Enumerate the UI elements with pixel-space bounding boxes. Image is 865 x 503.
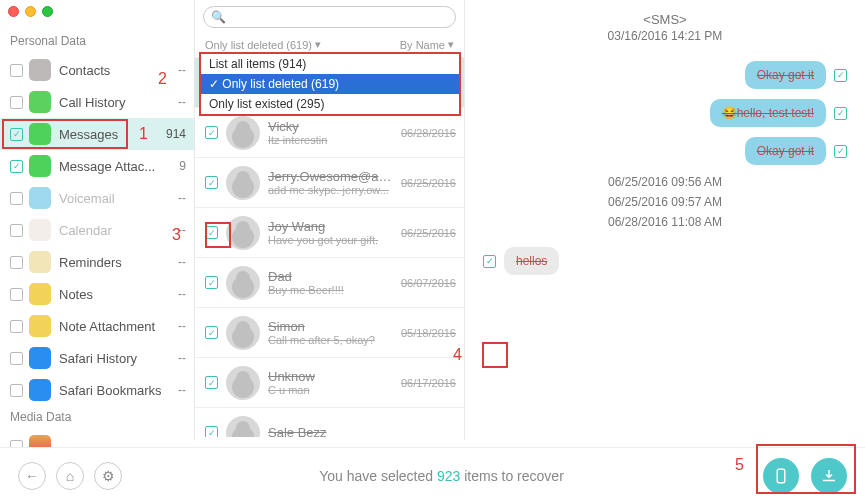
sidebar-section-personal: Personal Data (0, 30, 194, 54)
checkbox-icon[interactable] (10, 320, 23, 333)
thread-date: 06/07/2016 (401, 277, 456, 289)
sidebar-item[interactable]: ✓Message Attac...9 (0, 150, 194, 182)
thread-checkbox[interactable]: ✓ (205, 276, 218, 289)
thread-date: 06/25/2016 (401, 227, 456, 239)
thread-info: Jerry.Owesome@aol.comadd me skype. jerry… (268, 169, 395, 196)
thread-checkbox[interactable]: ✓ (205, 326, 218, 339)
window-maximize-button[interactable] (42, 6, 53, 17)
sidebar-item[interactable]: ✓Messages914 (0, 118, 194, 150)
message-bubble-outgoing[interactable]: 😂hello, test test! (710, 99, 826, 127)
thread-name: Dad (268, 269, 395, 284)
svg-rect-0 (777, 469, 785, 483)
message-checkbox[interactable]: ✓ (834, 107, 847, 120)
category-icon (29, 91, 51, 113)
timestamp: 06/28/2016 11:08 AM (483, 215, 847, 229)
category-icon (29, 283, 51, 305)
sidebar-item[interactable]: Voicemail-- (0, 182, 194, 214)
category-icon (29, 315, 51, 337)
checkbox-icon[interactable] (10, 288, 23, 301)
conversation-title: <SMS> (483, 12, 847, 27)
thread-date: 06/17/2016 (401, 377, 456, 389)
sidebar-item[interactable]: Calendar-- (0, 214, 194, 246)
thread-name: Vicky (268, 119, 395, 134)
message-row: Okay got it ✓ (483, 61, 847, 89)
sidebar-item[interactable]: Notes-- (0, 278, 194, 310)
message-bubble-outgoing[interactable]: Okay got it (745, 61, 826, 89)
sidebar-item-count: -- (166, 223, 186, 237)
thread-preview: add me skype. jerry.ow... (268, 184, 395, 196)
checkbox-icon[interactable] (10, 96, 23, 109)
thread-name: Sale Bezz (268, 425, 450, 437)
sidebar-item-label: Message Attac... (59, 159, 166, 174)
thread-row[interactable]: ✓Jerry.Owesome@aol.comadd me skype. jerr… (195, 157, 464, 207)
sidebar-item-count: 9 (166, 159, 186, 173)
thread-row[interactable]: ✓Sale Bezz (195, 407, 464, 437)
selection-status: You have selected 923 items to recover (132, 468, 751, 484)
avatar (226, 416, 260, 438)
thread-panel: 🔍 Only list deleted (619) ▾ By Name ▾ ✓0… (195, 0, 465, 440)
checkbox-icon[interactable] (10, 384, 23, 397)
checkbox-icon[interactable] (10, 224, 23, 237)
sidebar-item[interactable]: Note Attachment-- (0, 310, 194, 342)
checkbox-icon[interactable]: ✓ (10, 128, 23, 141)
sidebar-item[interactable]: Call History-- (0, 86, 194, 118)
checkbox-icon[interactable]: ✓ (10, 160, 23, 173)
sidebar-item-label: Safari History (59, 351, 166, 366)
settings-button[interactable]: ⚙ (94, 462, 122, 490)
thread-name: Jerry.Owesome@aol.com (268, 169, 395, 184)
window-close-button[interactable] (8, 6, 19, 17)
filter-option[interactable]: List all items (914) (201, 54, 459, 74)
checkbox-icon[interactable] (10, 64, 23, 77)
message-bubble-outgoing[interactable]: Okay got it (745, 137, 826, 165)
thread-row[interactable]: ✓Joy WangHave you got your gift.06/25/20… (195, 207, 464, 257)
thread-date: 05/18/2016 (401, 327, 456, 339)
chevron-down-icon: ▾ (448, 38, 454, 51)
search-input[interactable] (203, 6, 456, 28)
chevron-down-icon: ▾ (315, 38, 321, 51)
message-checkbox[interactable]: ✓ (834, 145, 847, 158)
sidebar-item[interactable]: Safari Bookmarks-- (0, 374, 194, 406)
home-button[interactable]: ⌂ (56, 462, 84, 490)
thread-name: Simon (268, 319, 395, 334)
sidebar-item-label: Messages (59, 127, 166, 142)
filter-option[interactable]: Only list existed (295) (201, 94, 459, 114)
category-icon (29, 347, 51, 369)
message-checkbox[interactable]: ✓ (834, 69, 847, 82)
sidebar-item-label: Safari Bookmarks (59, 383, 166, 398)
thread-info: SimonCall me after 5, okay? (268, 319, 395, 346)
window-minimize-button[interactable] (25, 6, 36, 17)
thread-checkbox[interactable]: ✓ (205, 126, 218, 139)
recover-to-computer-button[interactable] (811, 458, 847, 494)
sidebar-item[interactable]: Reminders-- (0, 246, 194, 278)
category-icon (29, 219, 51, 241)
message-bubble-incoming[interactable]: hellos (504, 247, 559, 275)
checkbox-icon[interactable] (10, 192, 23, 205)
filter-option-selected[interactable]: Only list deleted (619) (201, 74, 459, 94)
sidebar-item-count: -- (166, 351, 186, 365)
sidebar-item[interactable]: Contacts-- (0, 54, 194, 86)
back-button[interactable]: ← (18, 462, 46, 490)
thread-checkbox[interactable]: ✓ (205, 426, 218, 437)
thread-checkbox[interactable]: ✓ (205, 176, 218, 189)
message-row: 😂hello, test test! ✓ (483, 99, 847, 127)
checkbox-icon[interactable] (10, 352, 23, 365)
thread-row[interactable]: ✓UnknowC u man06/17/2016 (195, 357, 464, 407)
window-controls (8, 6, 53, 17)
thread-row[interactable]: ✓DadBuy me Beer!!!!06/07/2016 (195, 257, 464, 307)
sidebar-item[interactable]: Safari History-- (0, 342, 194, 374)
recover-to-device-button[interactable] (763, 458, 799, 494)
thread-preview: Itz interestin (268, 134, 395, 146)
thread-checkbox[interactable]: ✓ (205, 376, 218, 389)
sidebar: Personal Data Contacts--Call History--✓M… (0, 0, 195, 440)
thread-info: VickyItz interestin (268, 119, 395, 146)
filter-dropdown[interactable]: Only list deleted (619) ▾ (205, 38, 321, 51)
sidebar-section-media: Media Data (0, 406, 194, 430)
sort-dropdown[interactable]: By Name ▾ (400, 38, 454, 51)
message-checkbox[interactable]: ✓ (483, 255, 496, 268)
thread-info: DadBuy me Beer!!!! (268, 269, 395, 296)
thread-checkbox[interactable]: ✓ (205, 226, 218, 239)
thread-row[interactable]: ✓SimonCall me after 5, okay?05/18/2016 (195, 307, 464, 357)
checkbox-icon[interactable] (10, 256, 23, 269)
thread-name: Unknow (268, 369, 395, 384)
bottom-bar: ← ⌂ ⚙ You have selected 923 items to rec… (0, 447, 865, 503)
